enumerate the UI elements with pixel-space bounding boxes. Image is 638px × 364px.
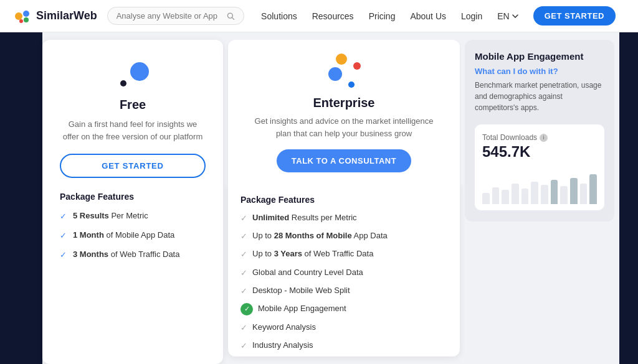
engagement-card-description: Benchmark market penetration, usage and … bbox=[475, 80, 604, 113]
chart-bar-8 bbox=[551, 180, 558, 204]
search-icon bbox=[227, 12, 234, 21]
logo-text: SimilarWeb bbox=[36, 9, 97, 22]
downloads-value: 545.7K bbox=[482, 143, 597, 161]
nav-pricing[interactable]: Pricing bbox=[369, 11, 396, 21]
free-icon-big-circle bbox=[130, 62, 149, 81]
free-features-list: ✓ 5 Results Per Metric ✓ 1 Month of Mobi… bbox=[60, 210, 206, 261]
free-icon-small-circle bbox=[120, 80, 126, 86]
ent-check-7: ✓ bbox=[240, 322, 247, 334]
chevron-down-icon bbox=[512, 14, 518, 18]
check-icon-1: ✓ bbox=[60, 211, 67, 222]
nav-resources[interactable]: Resources bbox=[312, 11, 354, 21]
ent-check-6-green: ✓ bbox=[240, 303, 253, 315]
ent-feature-4-text: Global and Country Level Data bbox=[252, 267, 363, 278]
chart-bar-12 bbox=[589, 174, 597, 204]
free-plan-title: Free bbox=[60, 98, 206, 112]
free-plan-icon bbox=[114, 57, 151, 91]
ent-feature-2-text: Up to 28 Months of Mobile App Data bbox=[252, 230, 388, 241]
enterprise-plan-description: Get insights and advice on the market in… bbox=[247, 115, 441, 139]
engagement-card-title: Mobile App Engagement bbox=[475, 51, 604, 62]
ent-check-1: ✓ bbox=[240, 213, 247, 224]
ent-feature-8-text: Industry Analysis bbox=[252, 340, 313, 351]
ent-feature-4: ✓ Global and Country Level Data bbox=[240, 267, 447, 279]
ent-feature-5-text: Desktop - Mobile Web Split bbox=[252, 285, 350, 296]
right-panel-edge bbox=[619, 32, 638, 364]
downloads-label: Total Downloads i bbox=[482, 133, 597, 142]
ent-feature-6: ✓ Mobile App Engagement bbox=[240, 303, 447, 315]
enterprise-plan-icon bbox=[322, 54, 366, 91]
ent-check-5: ✓ bbox=[240, 286, 247, 297]
enterprise-plan-title: Enterprise bbox=[313, 96, 375, 110]
free-feature-2: ✓ 1 Month of Mobile App Data bbox=[60, 230, 206, 241]
svg-point-0 bbox=[15, 12, 22, 20]
enterprise-icon-dot-small bbox=[348, 82, 355, 88]
logo[interactable]: SimilarWeb bbox=[12, 6, 97, 26]
engagement-card-subtitle: What can I do with it? bbox=[475, 67, 604, 76]
ent-feature-1-text: Unlimited Results per Metric bbox=[252, 212, 357, 223]
chart-bar-7 bbox=[541, 185, 548, 204]
ent-feature-8: ✓ Industry Analysis bbox=[240, 340, 447, 352]
check-icon-3: ✓ bbox=[60, 250, 67, 261]
free-feature-1-text: 5 Results Per Metric bbox=[73, 210, 148, 222]
nav-about[interactable]: About Us bbox=[410, 11, 446, 21]
ent-feature-2: ✓ Up to 28 Months of Mobile App Data bbox=[240, 230, 447, 242]
check-icon-2: ✓ bbox=[60, 230, 67, 241]
free-plan-card: Free Gain a first hand feel for insights… bbox=[42, 40, 223, 364]
talk-to-consultant-button[interactable]: TALK TO A CONSULTANT bbox=[277, 149, 411, 172]
nav-solutions[interactable]: Solutions bbox=[261, 11, 297, 21]
ent-feature-7: ✓ Keyword Analysis bbox=[240, 322, 447, 334]
enterprise-plan-card: Enterprise Get insights and advice on th… bbox=[228, 40, 460, 184]
svg-line-5 bbox=[232, 17, 234, 19]
chart-bar-6 bbox=[531, 182, 538, 204]
free-feature-1: ✓ 5 Results Per Metric bbox=[60, 210, 206, 222]
info-icon[interactable]: i bbox=[540, 134, 548, 142]
language-selector[interactable]: EN bbox=[497, 11, 518, 21]
ent-feature-6-text: Mobile App Engagement bbox=[258, 303, 346, 314]
free-features-title: Package Features bbox=[60, 192, 206, 202]
ent-feature-3: ✓ Up to 3 Years of Web Traffic Data bbox=[240, 248, 447, 260]
enterprise-icon-dot-blue bbox=[328, 67, 342, 81]
chart-bar-3 bbox=[502, 190, 509, 204]
enterprise-features-title: Package Features bbox=[240, 195, 447, 205]
nav-login[interactable]: Login bbox=[461, 11, 482, 21]
left-panel-edge bbox=[0, 32, 42, 364]
ent-check-4: ✓ bbox=[240, 268, 247, 279]
ent-feature-1: ✓ Unlimited Results per Metric bbox=[240, 212, 447, 224]
search-input[interactable] bbox=[117, 11, 222, 21]
header: SimilarWeb Solutions Resources Pricing A… bbox=[0, 0, 638, 32]
ent-feature-7-text: Keyword Analysis bbox=[252, 322, 316, 333]
svg-point-1 bbox=[23, 11, 29, 17]
chart-bar-4 bbox=[512, 184, 519, 204]
chart-bar-2 bbox=[492, 187, 500, 204]
ent-feature-3-text: Up to 3 Years of Web Traffic Data bbox=[252, 248, 373, 259]
chart-bar-9 bbox=[560, 186, 568, 204]
free-feature-2-text: 1 Month of Mobile App Data bbox=[73, 230, 174, 241]
main-nav: Solutions Resources Pricing About Us Log… bbox=[261, 6, 616, 26]
ent-check-2: ✓ bbox=[240, 231, 247, 242]
search-bar[interactable] bbox=[107, 7, 244, 25]
enterprise-lower-section: Package Features ✓ Unlimited Results per… bbox=[223, 184, 465, 364]
chart-bar-11 bbox=[580, 184, 588, 204]
free-feature-3-text: 3 Months of Web Traffic Data bbox=[73, 249, 179, 260]
ent-check-3: ✓ bbox=[240, 249, 247, 260]
downloads-chart bbox=[482, 167, 597, 204]
get-started-header-button[interactable]: GET STARTED bbox=[533, 6, 616, 26]
svg-point-3 bbox=[19, 19, 23, 23]
free-plan-icon-area bbox=[60, 57, 206, 91]
logo-icon bbox=[12, 6, 32, 26]
free-get-started-button[interactable]: GET STARTED bbox=[60, 154, 206, 178]
downloads-box: Total Downloads i 545.7K bbox=[475, 124, 604, 210]
enterprise-features-card: Package Features ✓ Unlimited Results per… bbox=[228, 184, 460, 357]
ent-check-8: ✓ bbox=[240, 340, 247, 352]
chart-bar-5 bbox=[521, 189, 529, 204]
ent-feature-5: ✓ Desktop - Mobile Web Split bbox=[240, 285, 447, 297]
enterprise-icon-dot-red bbox=[353, 62, 361, 70]
chart-bar-1 bbox=[482, 193, 490, 204]
svg-point-2 bbox=[24, 17, 29, 22]
chart-bar-10 bbox=[570, 178, 578, 204]
main-content: Free Gain a first hand feel for insights… bbox=[0, 32, 638, 364]
free-feature-3: ✓ 3 Months of Web Traffic Data bbox=[60, 249, 206, 261]
lang-label: EN bbox=[497, 11, 509, 21]
downloads-label-text: Total Downloads bbox=[482, 133, 537, 142]
free-plan-description: Gain a first hand feel for insights we o… bbox=[60, 118, 206, 142]
